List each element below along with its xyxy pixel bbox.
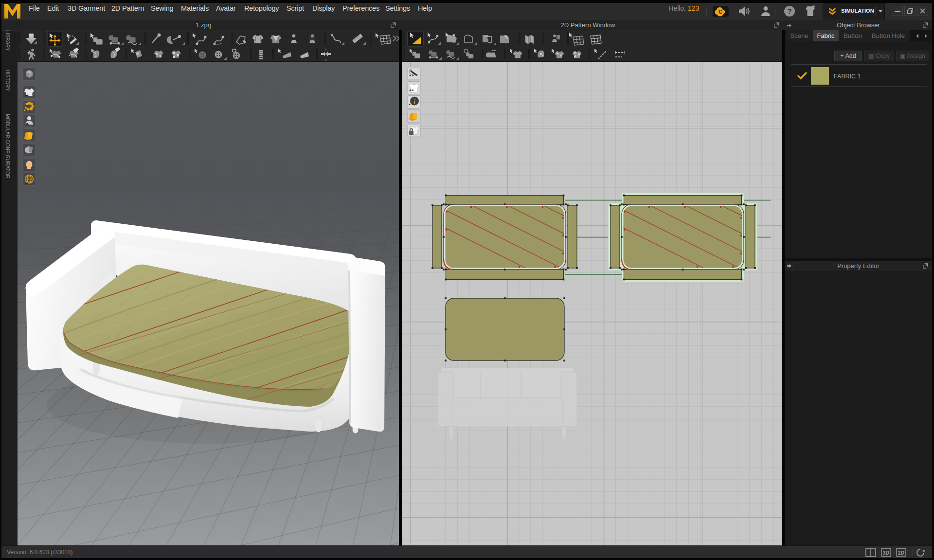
svg-text:i: i <box>413 98 415 105</box>
svg-text:?: ? <box>787 7 791 15</box>
svg-text:2D: 2D <box>898 550 905 556</box>
svg-text:C: C <box>718 9 722 15</box>
svg-text:3D: 3D <box>883 550 890 556</box>
